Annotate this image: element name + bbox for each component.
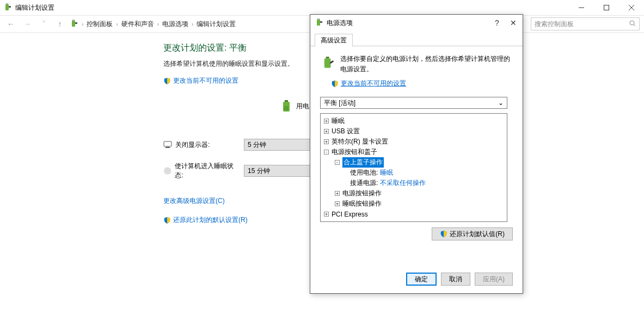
tree-power-buttons-label: 电源按钮和盖子	[332, 147, 377, 157]
tree-power-buttons[interactable]: -电源按钮和盖子	[321, 147, 507, 157]
shield-icon	[440, 230, 447, 238]
shield-icon	[331, 80, 339, 88]
help-button[interactable]: ?	[492, 18, 502, 27]
expand-icon[interactable]: +	[335, 201, 340, 206]
tree-lid-close[interactable]: -合上盖子操作	[321, 157, 507, 168]
tree-lid-plugged[interactable]: 接通电源: 不采取任何操作	[321, 178, 507, 188]
tree-intel-label: 英特尔(R) 显卡设置	[332, 137, 388, 146]
forward-button[interactable]: →	[21, 20, 34, 28]
tree-lid-plugged-label: 接通电源:	[350, 178, 378, 188]
turn-off-display-label: 关闭显示器:	[175, 140, 210, 150]
breadcrumb-power[interactable]: 电源选项	[162, 20, 188, 29]
svg-rect-10	[74, 20, 75, 21]
maximize-button[interactable]	[594, 0, 619, 15]
ok-button[interactable]: 确定	[406, 273, 437, 286]
power-options-dialog: 电源选项 ? ✕ 高级设置 选择你要自定义的电源计划，然后选择你希望计算机管理的…	[310, 14, 523, 294]
dialog-intro: 选择你要自定义的电源计划，然后选择你希望计算机管理的电源设置。	[320, 54, 513, 75]
tree-lid-battery-value[interactable]: 睡眠	[380, 168, 393, 177]
expand-icon[interactable]: +	[335, 191, 340, 196]
svg-rect-3	[9, 6, 11, 8]
svg-line-13	[634, 24, 635, 26]
svg-rect-9	[72, 20, 73, 21]
svg-rect-17	[164, 141, 171, 146]
search-placeholder: 搜索控制面板	[535, 20, 574, 29]
restore-plan-defaults-button[interactable]: 还原计划默认值(R)	[432, 227, 513, 240]
tree-pci-label: PCI Express	[332, 211, 368, 218]
window-controls	[569, 0, 644, 15]
tree-pci-express[interactable]: +PCI Express	[321, 209, 507, 219]
tree-sleep[interactable]: +睡眠	[321, 116, 507, 126]
sleep-label: 使计算机进入睡眠状态:	[175, 162, 240, 180]
tree-sleep-button-action-label: 睡眠按钮操作	[342, 199, 382, 208]
battery-icon	[279, 98, 294, 114]
tree-lid-plugged-value[interactable]: 不采取任何操作	[380, 178, 426, 188]
svg-rect-22	[317, 18, 318, 20]
expand-icon[interactable]: +	[324, 129, 329, 134]
up-button[interactable]: ↑	[53, 20, 66, 28]
back-button[interactable]: ←	[4, 20, 17, 28]
svg-rect-16	[284, 106, 289, 110]
svg-rect-19	[165, 147, 170, 148]
turn-off-display-value: 5 分钟	[248, 140, 266, 150]
svg-rect-24	[320, 21, 322, 23]
svg-rect-23	[319, 18, 320, 20]
dialog-title: 电源选项	[327, 18, 353, 28]
dialog-body: 选择你要自定义的电源计划，然后选择你希望计算机管理的电源设置。 更改当前不可用的…	[310, 46, 523, 265]
moon-icon	[163, 166, 171, 175]
svg-rect-11	[75, 22, 77, 24]
restore-defaults-link[interactable]: 还原此计划的默认设置(R)	[173, 215, 248, 225]
sleep-value: 15 分钟	[248, 166, 270, 176]
collapse-icon[interactable]: -	[324, 150, 329, 155]
collapse-icon[interactable]: -	[335, 160, 340, 165]
change-unavailable-link[interactable]: 更改当前不可用的设置	[173, 76, 238, 85]
dialog-title-bar: 电源选项 ? ✕	[310, 15, 523, 31]
tree-intel-graphics[interactable]: +英特尔(R) 显卡设置	[321, 137, 507, 147]
recent-dropdown[interactable]: ˅	[37, 20, 50, 28]
svg-rect-25	[324, 58, 331, 68]
shield-icon	[163, 217, 171, 224]
svg-point-12	[630, 21, 634, 25]
breadcrumb-control-panel[interactable]: 控制面板	[87, 20, 113, 29]
restore-plan-defaults-label: 还原计划默认值(R)	[450, 230, 505, 239]
tree-usb[interactable]: +USB 设置	[321, 126, 507, 137]
breadcrumb-edit-plan[interactable]: 编辑计划设置	[197, 20, 236, 29]
svg-rect-15	[285, 100, 288, 102]
svg-rect-8	[72, 21, 75, 27]
title-bar: 编辑计划设置	[0, 0, 644, 15]
search-input[interactable]: 搜索控制面板	[531, 17, 640, 30]
tab-advanced-label: 高级设置	[321, 36, 347, 45]
expand-icon[interactable]: +	[324, 212, 329, 217]
tree-lid-close-label: 合上盖子操作	[342, 157, 384, 168]
tab-advanced[interactable]: 高级设置	[315, 34, 353, 47]
tree-lid-battery[interactable]: 使用电池: 睡眠	[321, 168, 507, 178]
expand-icon[interactable]: +	[324, 139, 329, 144]
svg-rect-21	[317, 20, 320, 26]
settings-tree[interactable]: +睡眠 +USB 设置 +英特尔(R) 显卡设置 -电源按钮和盖子 -合上盖子操…	[320, 113, 507, 222]
svg-rect-1	[6, 3, 7, 4]
svg-rect-26	[326, 57, 329, 58]
shield-icon	[163, 77, 171, 85]
svg-rect-0	[5, 4, 9, 10]
apply-button[interactable]: 应用(A)	[475, 273, 513, 286]
expand-icon[interactable]: +	[324, 119, 329, 124]
tab-strip: 高级设置	[310, 31, 523, 46]
tree-sleep-button-action[interactable]: +睡眠按钮操作	[321, 199, 507, 209]
plan-select[interactable]: 平衡 [活动] ⌄	[320, 97, 507, 109]
close-button[interactable]	[619, 0, 644, 15]
minimize-button[interactable]	[569, 0, 594, 15]
dialog-intro-text: 选择你要自定义的电源计划，然后选择你希望计算机管理的电源设置。	[340, 54, 513, 75]
plan-select-value: 平衡 [活动]	[324, 98, 355, 108]
breadcrumb-sep: ›	[116, 21, 118, 27]
tree-power-button-action[interactable]: +电源按钮操作	[321, 188, 507, 199]
breadcrumb-hardware[interactable]: 硬件和声音	[121, 20, 154, 29]
breadcrumb-sep: ›	[157, 21, 159, 27]
power-icon	[315, 18, 323, 27]
cancel-button[interactable]: 取消	[441, 273, 470, 286]
tree-power-button-action-label: 电源按钮操作	[342, 189, 382, 198]
dialog-change-unavailable-link[interactable]: 更改当前不可用的设置	[341, 79, 406, 88]
monitor-icon	[163, 140, 172, 149]
ok-label: 确定	[415, 275, 428, 284]
on-battery-header: 用电	[296, 102, 309, 111]
dialog-close-button[interactable]: ✕	[508, 18, 518, 27]
tree-lid-battery-label: 使用电池:	[350, 168, 378, 177]
